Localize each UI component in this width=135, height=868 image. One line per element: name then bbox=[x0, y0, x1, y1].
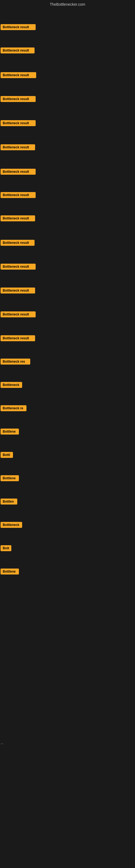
badge-container-10: Bottleneck result bbox=[1, 264, 36, 271]
badge-container-2: Bottleneck result bbox=[1, 72, 36, 79]
bottleneck-result-badge[interactable]: Bottlene bbox=[1, 429, 19, 435]
badge-container-23: Bottlene bbox=[1, 568, 19, 576]
badge-container-17: Bottlene bbox=[1, 429, 19, 436]
badge-container-7: Bottleneck result bbox=[1, 192, 36, 199]
badge-container-4: Bottleneck result bbox=[1, 120, 36, 127]
badge-container-5: Bottleneck result bbox=[1, 144, 35, 151]
badge-container-11: Bottleneck result bbox=[1, 287, 35, 294]
badge-container-22: Bott bbox=[1, 545, 11, 552]
bottleneck-result-badge[interactable]: Bottleneck result bbox=[1, 215, 35, 221]
bottleneck-result-badge[interactable]: Bottleneck result bbox=[1, 96, 36, 102]
bottleneck-result-badge[interactable]: Bottleneck bbox=[1, 382, 22, 388]
badge-container-19: Bottlene bbox=[1, 475, 19, 482]
bottleneck-result-badge[interactable]: Bottleneck result bbox=[1, 240, 35, 246]
bottleneck-result-badge[interactable]: Bottl bbox=[1, 452, 13, 458]
badge-container-12: Bottleneck result bbox=[1, 311, 36, 318]
bottleneck-result-badge[interactable]: Bottleneck bbox=[1, 522, 22, 528]
bottleneck-result-badge[interactable]: Bott bbox=[1, 545, 11, 551]
site-header: TheBottlenecker.com bbox=[0, 0, 135, 9]
badge-container-3: Bottleneck result bbox=[1, 96, 36, 103]
bottleneck-result-badge[interactable]: Bottleneck result bbox=[1, 24, 36, 30]
badge-container-15: Bottleneck bbox=[1, 382, 22, 389]
ellipsis-marker: ... bbox=[1, 741, 3, 745]
bottleneck-result-badge[interactable]: Bottleneck result bbox=[1, 335, 35, 341]
badge-container-14: Bottleneck res bbox=[1, 359, 30, 366]
badge-container-8: Bottleneck result bbox=[1, 215, 35, 222]
bottleneck-result-badge[interactable]: Bottleneck result bbox=[1, 144, 35, 150]
bottleneck-result-badge[interactable]: Bottleneck result bbox=[1, 287, 35, 293]
bottleneck-result-badge[interactable]: Bottlen bbox=[1, 499, 17, 504]
bottleneck-result-badge[interactable]: Bottlene bbox=[1, 475, 19, 481]
bottleneck-result-badge[interactable]: Bottleneck result bbox=[1, 48, 35, 54]
badge-container-0: Bottleneck result bbox=[1, 24, 36, 31]
bottleneck-result-badge[interactable]: Bottleneck result bbox=[1, 120, 36, 126]
bottleneck-result-badge[interactable]: Bottleneck res bbox=[1, 359, 30, 365]
bottleneck-result-badge[interactable]: Bottleneck result bbox=[1, 192, 36, 198]
badge-container-13: Bottleneck result bbox=[1, 335, 35, 342]
badge-container-9: Bottleneck result bbox=[1, 240, 35, 247]
badge-container-16: Bottleneck re bbox=[1, 405, 27, 412]
bottleneck-result-badge[interactable]: Bottleneck result bbox=[1, 72, 36, 78]
site-title: TheBottlenecker.com bbox=[50, 2, 85, 6]
badge-container-1: Bottleneck result bbox=[1, 48, 35, 55]
bottleneck-result-badge[interactable]: Bottleneck result bbox=[1, 169, 36, 175]
bottleneck-result-badge[interactable]: Bottleneck result bbox=[1, 311, 36, 317]
badge-container-21: Bottleneck bbox=[1, 522, 22, 529]
badge-container-20: Bottlen bbox=[1, 499, 17, 506]
badge-container-18: Bottl bbox=[1, 452, 13, 459]
bottleneck-result-badge[interactable]: Bottleneck result bbox=[1, 264, 36, 270]
badge-container-6: Bottleneck result bbox=[1, 169, 36, 176]
bottleneck-result-badge[interactable]: Bottleneck re bbox=[1, 405, 27, 411]
bottleneck-result-badge[interactable]: Bottlene bbox=[1, 568, 19, 575]
